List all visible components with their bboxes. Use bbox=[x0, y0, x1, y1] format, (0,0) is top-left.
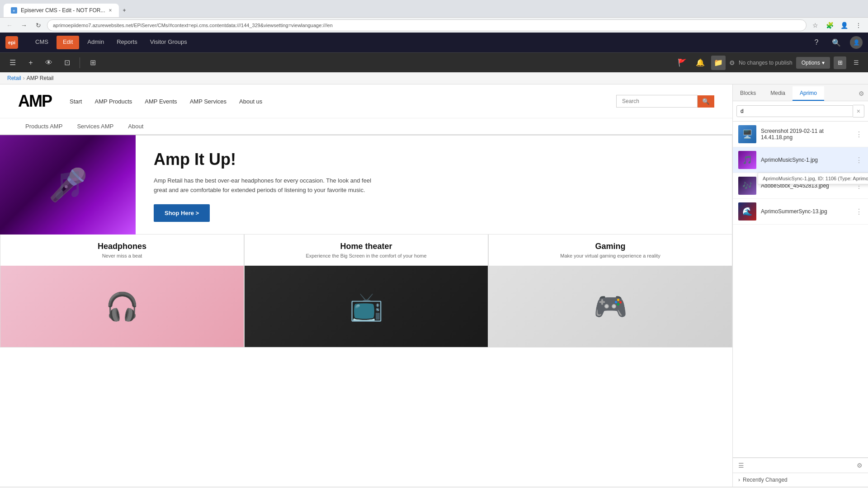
panel-footer: ☰ ⚙ › Recently Changed bbox=[733, 457, 868, 487]
address-text: aprimoepiidemo7.azurewebsites.net/EPiSer… bbox=[53, 23, 333, 28]
amp-search-btn[interactable]: 🔍 bbox=[698, 95, 714, 108]
amp-search-box: 🔍 bbox=[616, 95, 714, 108]
tab-close-btn[interactable]: × bbox=[108, 7, 112, 14]
recently-changed-section[interactable]: › Recently Changed bbox=[733, 473, 868, 487]
forward-btn[interactable]: → bbox=[18, 19, 30, 31]
nav-start[interactable]: Start bbox=[70, 98, 82, 105]
bell-icon[interactable]: 🔔 bbox=[693, 56, 708, 70]
options-btn[interactable]: Options ▾ bbox=[796, 57, 830, 69]
browser-chrome: e Episerver CMS - Edit - NOT FOR... × + … bbox=[0, 0, 868, 33]
toggle-sidebar-btn[interactable]: ☰ bbox=[5, 56, 20, 70]
folder-icon[interactable]: 📁 bbox=[711, 56, 726, 70]
breadcrumb-current: AMP Retail bbox=[27, 75, 54, 81]
tab-favicon: e bbox=[11, 7, 17, 14]
extension-btn[interactable]: 🧩 bbox=[824, 19, 835, 31]
browser-toolbar: ← → ↻ aprimoepiidemo7.azurewebsites.net/… bbox=[0, 17, 868, 33]
panel-settings-bottom-icon[interactable]: ⚙ bbox=[857, 462, 863, 469]
tab-services-amp[interactable]: Services AMP bbox=[70, 118, 121, 135]
flag-icon[interactable]: 🚩 bbox=[675, 56, 689, 70]
tab-aprimo[interactable]: Aprimo bbox=[793, 86, 824, 101]
list-item[interactable]: 🎵 AprimoMusicSync-1.jpg ⋮ AprimoMusicSyn… bbox=[733, 147, 868, 173]
browser-tabs: e Episerver CMS - Edit - NOT FOR... × + bbox=[0, 0, 868, 17]
breadcrumb-parent-link[interactable]: Retail bbox=[7, 75, 21, 81]
amp-card-subtitle-headphones: Never miss a beat bbox=[8, 253, 236, 258]
amp-header: AMP Start AMP Products AMP Events AMP Se… bbox=[0, 84, 732, 118]
panel-tab-icons: ⚙ bbox=[859, 86, 868, 101]
amp-card-title-theater: Home theater bbox=[252, 242, 481, 251]
nav-cms[interactable]: CMS bbox=[29, 33, 55, 52]
preview-btn[interactable]: 👁 bbox=[42, 56, 56, 70]
epi-logo-icon: epi bbox=[5, 36, 18, 49]
chevron-right-icon: › bbox=[738, 477, 740, 483]
item-thumb-adobe: 🎶 bbox=[738, 177, 756, 195]
grid-view-btn[interactable]: ⊞ bbox=[834, 56, 846, 69]
amp-hero-image: 🎤 bbox=[0, 135, 136, 235]
breadcrumb-separator: › bbox=[23, 75, 25, 81]
panel-search: × bbox=[733, 101, 868, 122]
list-view-btn[interactable]: ☰ bbox=[850, 56, 863, 69]
amp-hero: 🎤 Amp It Up! Amp Retail has the best ove… bbox=[0, 135, 732, 235]
amp-shop-btn[interactable]: Shop Here > bbox=[154, 204, 210, 222]
nav-products[interactable]: AMP Products bbox=[94, 98, 132, 105]
nav-reports[interactable]: Reports bbox=[110, 33, 144, 52]
item-name-screenshot: Screenshot 2019-02-11 at 14.41.18.png bbox=[761, 128, 851, 141]
tab-about[interactable]: About bbox=[121, 118, 151, 135]
item-thumb-music1: 🎵 bbox=[738, 151, 756, 169]
add-content-btn[interactable]: + bbox=[24, 56, 38, 70]
settings-icon[interactable]: ⚙ bbox=[729, 59, 735, 66]
item-thumb-summer: 🌊 bbox=[738, 202, 756, 221]
nav-about[interactable]: About us bbox=[239, 98, 262, 105]
panel-settings-icon[interactable]: ⚙ bbox=[859, 90, 864, 97]
active-tab[interactable]: e Episerver CMS - Edit - NOT FOR... × bbox=[4, 4, 119, 17]
amp-card-header-theater: Home theater Experience the Big Screen i… bbox=[245, 235, 488, 266]
nav-edit[interactable]: Edit bbox=[57, 36, 79, 49]
bookmark-btn[interactable]: ☆ bbox=[809, 19, 821, 31]
item-name-music1: AprimoMusicSync-1.jpg bbox=[761, 157, 851, 163]
item-tooltip: AprimoMusicSync-1.jpg, ID: 1106 (Type: A… bbox=[758, 173, 868, 184]
back-btn[interactable]: ← bbox=[4, 19, 15, 31]
nav-services[interactable]: AMP Services bbox=[190, 98, 226, 105]
amp-nav: Start AMP Products AMP Events AMP Servic… bbox=[70, 98, 262, 105]
epi-logo: epi bbox=[5, 36, 22, 49]
item-more-btn[interactable]: ⋮ bbox=[855, 130, 863, 139]
toolbar-right: 🚩 🔔 📁 ⚙ No changes to publish Options ▾ … bbox=[675, 56, 863, 70]
tab-products-amp[interactable]: Products AMP bbox=[18, 118, 70, 135]
item-more-btn-1[interactable]: ⋮ bbox=[855, 156, 863, 164]
no-changes-text: No changes to publish bbox=[739, 60, 793, 66]
profile-btn[interactable]: 👤 bbox=[838, 19, 850, 31]
amp-cards: Headphones Never miss a beat 🎧 Home thea… bbox=[0, 235, 732, 347]
amp-card-img-gaming: 🎮 bbox=[489, 266, 732, 347]
amp-page-tabs: Products AMP Services AMP About bbox=[0, 118, 732, 135]
compare-btn[interactable]: ⊡ bbox=[60, 56, 74, 70]
tab-blocks[interactable]: Blocks bbox=[733, 86, 763, 101]
item-more-btn-3[interactable]: ⋮ bbox=[855, 207, 863, 216]
nav-events[interactable]: AMP Events bbox=[145, 98, 177, 105]
list-item[interactable]: 🌊 AprimoSummerSync-13.jpg ⋮ bbox=[733, 199, 868, 225]
website-preview: AMP Start AMP Products AMP Events AMP Se… bbox=[0, 84, 732, 487]
amp-card-header-gaming: Gaming Make your virtual gaming experien… bbox=[489, 235, 732, 266]
nav-admin[interactable]: Admin bbox=[81, 33, 110, 52]
panel-search-input[interactable] bbox=[736, 105, 853, 117]
item-name-summer: AprimoSummerSync-13.jpg bbox=[761, 208, 851, 215]
layout-btn[interactable]: ⊞ bbox=[85, 56, 100, 70]
user-avatar[interactable]: 👤 bbox=[850, 36, 863, 49]
tab-media[interactable]: Media bbox=[763, 86, 793, 101]
search-icon[interactable]: 🔍 bbox=[830, 36, 843, 49]
panel-list-icon: ☰ bbox=[738, 462, 744, 469]
panel-search-clear-btn[interactable]: × bbox=[853, 105, 864, 117]
menu-btn[interactable]: ⋮ bbox=[853, 19, 864, 31]
nav-visitor-groups[interactable]: Visitor Groups bbox=[144, 33, 193, 52]
new-tab-btn[interactable]: + bbox=[119, 4, 129, 17]
address-bar[interactable]: aprimoepiidemo7.azurewebsites.net/EPiSer… bbox=[47, 19, 807, 31]
reload-btn[interactable]: ↻ bbox=[33, 19, 44, 31]
amp-card-img-headphones: 🎧 bbox=[0, 266, 244, 347]
amp-card-subtitle-gaming: Make your virtual gaming experience a re… bbox=[496, 253, 725, 258]
amp-search-input[interactable] bbox=[616, 95, 698, 108]
help-icon[interactable]: ? bbox=[810, 36, 823, 49]
amp-card-img-theater: 📺 bbox=[245, 266, 488, 347]
breadcrumb: Retail › AMP Retail bbox=[0, 72, 868, 84]
amp-hero-title: Amp It Up! bbox=[154, 150, 714, 169]
topbar-right: ? 🔍 👤 bbox=[810, 36, 863, 49]
list-item[interactable]: 🖥️ Screenshot 2019-02-11 at 14.41.18.png… bbox=[733, 122, 868, 147]
amp-logo: AMP bbox=[18, 92, 52, 111]
